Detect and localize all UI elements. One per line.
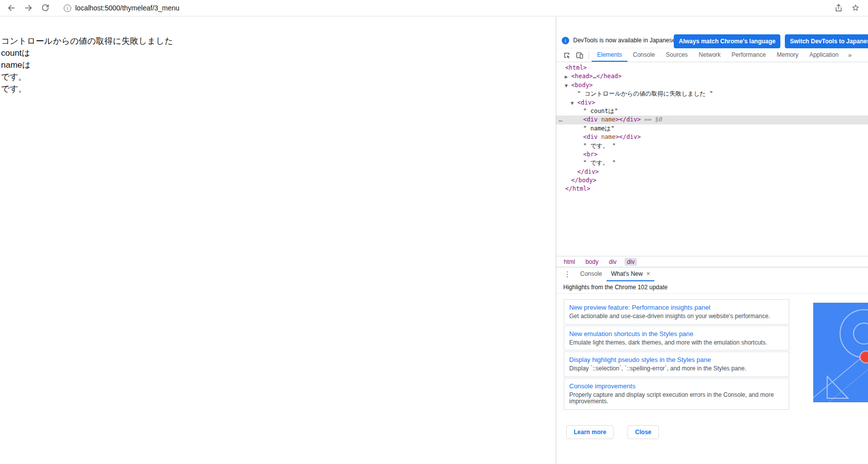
close-button[interactable]: Close (627, 425, 659, 439)
twisty-collapsed-icon[interactable]: ▶ (565, 73, 571, 81)
back-arrow-icon (6, 3, 16, 13)
dom-tree-row[interactable]: ▼<body> (556, 81, 868, 90)
infobar-buttons: Always match Chrome's language Switch De… (674, 34, 868, 48)
breadcrumb-item[interactable]: html (561, 258, 578, 266)
dom-tree-row[interactable]: <html> (556, 64, 868, 72)
tab-console[interactable]: Console (576, 267, 607, 281)
refresh-icon (41, 3, 50, 12)
inspect-element-icon[interactable] (560, 49, 573, 62)
twisty-expanded-icon[interactable]: ▼ (571, 99, 577, 108)
dom-token: <div> (577, 99, 595, 106)
whats-new-items: New preview feature: Performance insight… (564, 299, 789, 411)
dom-token: <br> (583, 151, 598, 158)
breadcrumb-item[interactable]: div (624, 258, 637, 266)
dom-tree-row[interactable]: …<div name></div> == $0 (556, 116, 868, 124)
device-toolbar-icon[interactable] (573, 49, 586, 62)
dom-tree-row[interactable]: <div name></div> (556, 133, 868, 141)
close-tab-icon[interactable]: × (646, 267, 650, 280)
dom-tree-row[interactable]: " countは" (556, 107, 868, 116)
refresh-button[interactable] (38, 0, 53, 15)
whats-new-content: New preview feature: Performance insight… (556, 294, 868, 464)
always-match-language-button[interactable]: Always match Chrome's language (674, 34, 780, 48)
toolbar-divider (589, 51, 589, 59)
row-more-icon[interactable]: … (559, 116, 563, 124)
dom-token: <html> (565, 64, 587, 71)
tab-elements[interactable]: Elements (592, 48, 627, 62)
whats-new-item: Console improvementsProperly capture and… (564, 378, 789, 410)
dom-token: … (593, 73, 596, 80)
dom-token: ></div> (616, 116, 641, 123)
dom-token: " です。 " (583, 159, 616, 166)
breadcrumb-item[interactable]: body (583, 258, 601, 266)
whats-new-tab-label: What's New (611, 267, 643, 280)
dom-token: name (598, 116, 616, 123)
dom-tree-row[interactable]: " です。 " (556, 159, 868, 167)
bookmark-star-icon[interactable] (851, 3, 860, 12)
dom-tree-row[interactable]: ▶<head>…</head> (556, 72, 868, 81)
url-text[interactable]: localhost:5000/thymeleaf/3_menu (75, 4, 179, 12)
dom-token: <body> (571, 82, 593, 89)
drawer-tab-bar: ⋮ Console What's New × (556, 267, 868, 281)
console-tab-label: Console (580, 267, 602, 280)
drawer-menu-icon[interactable]: ⋮ (559, 270, 576, 279)
twisty-expanded-icon[interactable]: ▼ (565, 82, 571, 90)
tab-application[interactable]: Application (804, 48, 844, 62)
tab-performance[interactable]: Performance (726, 48, 771, 62)
dom-token: " です。 " (583, 142, 616, 149)
dom-tree-row[interactable]: <br> (556, 150, 868, 159)
whats-new-item-description: Emulate light themes, dark themes, and m… (569, 340, 784, 347)
whats-new-header-text: Highlights from the Chrome 102 update (563, 284, 667, 291)
dom-token: " countは" (583, 108, 618, 115)
dom-token: </html> (565, 185, 591, 192)
dom-tree-row[interactable]: " です。 " (556, 142, 868, 150)
dom-token: </div> (577, 168, 599, 175)
tab-console[interactable]: Console (627, 48, 660, 62)
address-bar[interactable]: i localhost:5000/thymeleaf/3_menu (55, 4, 179, 12)
devtools-infobar: i DevTools is now available in Japanese!… (556, 33, 868, 48)
dom-tree-row[interactable]: " nameは" (556, 124, 868, 133)
site-info-icon[interactable]: i (64, 4, 71, 12)
dom-token: ></div> (616, 133, 641, 140)
whats-new-item-link[interactable]: New preview feature: Performance insight… (569, 304, 784, 311)
tab-network[interactable]: Network (693, 48, 726, 62)
whats-new-item: Display highlight pseudo styles in the S… (564, 351, 789, 377)
dom-token: </body> (571, 177, 597, 184)
breadcrumb-item[interactable]: div (607, 258, 619, 266)
dom-token: <head> (571, 73, 593, 80)
devtools-tabs: ElementsConsoleSourcesNetworkPerformance… (592, 48, 844, 62)
whats-new-item: New emulation shortcuts in the Styles pa… (564, 326, 789, 351)
forward-arrow-icon (23, 3, 33, 13)
infobar-message: DevTools is now available in Japanese! (573, 37, 677, 44)
whats-new-item-link[interactable]: Display highlight pseudo styles in the S… (569, 356, 784, 363)
dom-token: " コントロールからの値の取得に失敗しました " (577, 90, 713, 97)
dom-tree-row[interactable]: " コントロールからの値の取得に失敗しました " (556, 90, 868, 98)
whats-new-item-description: Get actionable and use-case-driven insig… (569, 313, 784, 320)
whats-new-item-link[interactable]: Console improvements (569, 382, 784, 390)
tab-memory[interactable]: Memory (771, 48, 804, 62)
learn-more-button[interactable]: Learn more (566, 425, 614, 439)
whats-new-item: New preview feature: Performance insight… (564, 299, 789, 325)
toolbar-right-icons (834, 3, 860, 12)
forward-button[interactable] (21, 0, 36, 15)
dom-tree-row[interactable]: ▼<div> (556, 99, 868, 107)
dom-token: name (598, 133, 616, 140)
whats-new-item-description: Display `::selection`, `::spelling-error… (569, 365, 784, 372)
whats-new-item-link[interactable]: New emulation shortcuts in the Styles pa… (569, 330, 784, 338)
more-tabs-icon[interactable]: » (844, 51, 856, 59)
back-button[interactable] (4, 0, 19, 15)
dom-token: == $0 (641, 116, 662, 123)
page-text-line: nameは (1, 59, 556, 71)
breadcrumb: htmlbodydivdiv (556, 256, 868, 267)
dom-tree-row[interactable]: </html> (556, 185, 868, 193)
dom-tree: <html>▶<head>…</head>▼<body>" コントロールからの値… (556, 63, 868, 256)
share-icon[interactable] (834, 3, 843, 12)
dom-token: <div (583, 116, 598, 123)
dom-tree-row[interactable]: </div> (556, 168, 868, 176)
dom-token: " nameは" (583, 125, 615, 132)
dom-tree-row[interactable]: </body> (556, 176, 868, 185)
switch-devtools-japanese-button[interactable]: Switch DevTools to Japanese (785, 34, 868, 48)
tab-whats-new[interactable]: What's New × (607, 267, 654, 281)
page-text-line: です。 (1, 71, 556, 83)
dom-token: <div (583, 133, 598, 140)
tab-sources[interactable]: Sources (660, 48, 693, 62)
